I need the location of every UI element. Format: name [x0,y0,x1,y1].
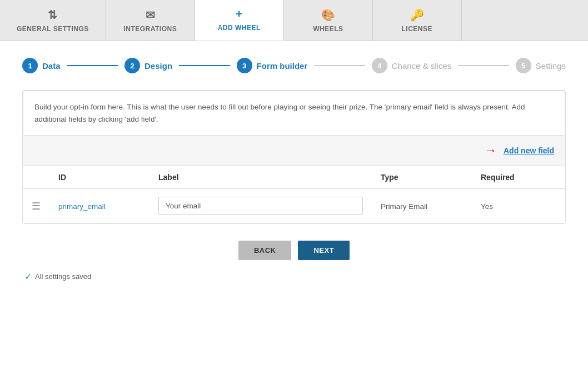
step-form-builder-circle: 3 [237,58,252,73]
wheels-icon: 🎨 [321,8,336,22]
step-design: 2 Design [124,58,172,73]
field-label-input[interactable] [158,197,363,215]
arrow-right-icon: → [485,143,497,158]
step-data: 1 Data [22,58,61,73]
integrations-icon: ✉ [146,8,156,22]
stepper: 1 Data 2 Design 3 Form builder 4 Chance … [22,58,566,73]
form-section: Build your opt-in form here. This is wha… [22,90,566,224]
step-connector-2 [179,65,230,66]
col-type-header: Type [372,166,472,189]
add-new-field-link[interactable]: Add new field [504,146,554,155]
tab-integrations[interactable]: ✉ INTEGRATIONS [106,0,195,41]
save-status-text: All settings saved [35,272,91,281]
step-chance-slices-label: Chance & slices [392,61,452,71]
tab-wheels-label: WHEELS [313,25,343,33]
step-form-builder: 3 Form builder [237,58,308,73]
field-required-value: Yes [481,202,493,211]
table-header-row: ID Label Type Required [23,166,565,189]
col-drag-header [23,166,49,189]
col-label-header: Label [150,166,372,189]
step-data-circle: 1 [22,58,38,73]
tab-integrations-label: INTEGRATIONS [123,25,177,33]
field-label-cell [150,189,372,223]
tab-add-wheel[interactable]: + ADD WHEEL [195,0,284,41]
drag-handle-icon[interactable]: ☰ [32,201,41,212]
step-settings: 5 Settings [516,58,566,73]
add-wheel-icon: + [236,8,242,21]
drag-handle-cell: ☰ [23,189,49,223]
table-row: ☰ primary_email Primary Email Yes [23,189,565,223]
step-connector-3 [314,65,365,66]
step-design-circle: 2 [124,58,140,73]
general-settings-icon: ⇅ [48,8,58,22]
field-id-cell: primary_email [49,189,150,223]
save-status: ✓ All settings saved [22,271,566,282]
col-id-header: ID [49,166,150,189]
col-required-header: Required [472,166,565,189]
button-row: BACK NEXT [22,241,566,260]
field-id-value: primary_email [58,202,106,211]
field-type-value: Primary Email [381,202,427,211]
step-chance-slices: 4 Chance & slices [372,58,452,73]
checkmark-icon: ✓ [24,271,32,282]
add-field-bar: → Add new field [23,136,565,166]
step-design-label: Design [144,61,172,71]
step-connector-1 [67,65,118,66]
tab-license-label: LICENSE [402,25,433,33]
step-form-builder-label: Form builder [257,61,308,71]
step-connector-4 [458,65,509,66]
top-nav: ⇅ GENERAL SETTINGS ✉ INTEGRATIONS + ADD … [0,0,588,41]
info-text: Build your opt-in form here. This is wha… [34,103,525,123]
fields-table: ID Label Type Required ☰ primary_email [23,166,565,223]
tab-add-wheel-label: ADD WHEEL [218,24,261,32]
step-settings-label: Settings [536,61,566,71]
field-type-cell: Primary Email [372,189,472,223]
step-data-label: Data [42,61,61,71]
back-button[interactable]: BACK [238,241,292,260]
tab-general-settings[interactable]: ⇅ GENERAL SETTINGS [0,0,106,41]
tab-wheels[interactable]: 🎨 WHEELS [284,0,373,41]
tab-license[interactable]: 🔑 LICENSE [373,0,462,41]
step-chance-slices-circle: 4 [372,58,387,73]
step-settings-circle: 5 [516,58,531,73]
field-required-cell: Yes [472,189,565,223]
info-box: Build your opt-in form here. This is wha… [23,91,565,136]
next-button[interactable]: NEXT [298,241,350,260]
tab-general-settings-label: GENERAL SETTINGS [17,25,89,33]
license-icon: 🔑 [410,8,425,22]
main-content: 1 Data 2 Design 3 Form builder 4 Chance … [0,41,588,298]
